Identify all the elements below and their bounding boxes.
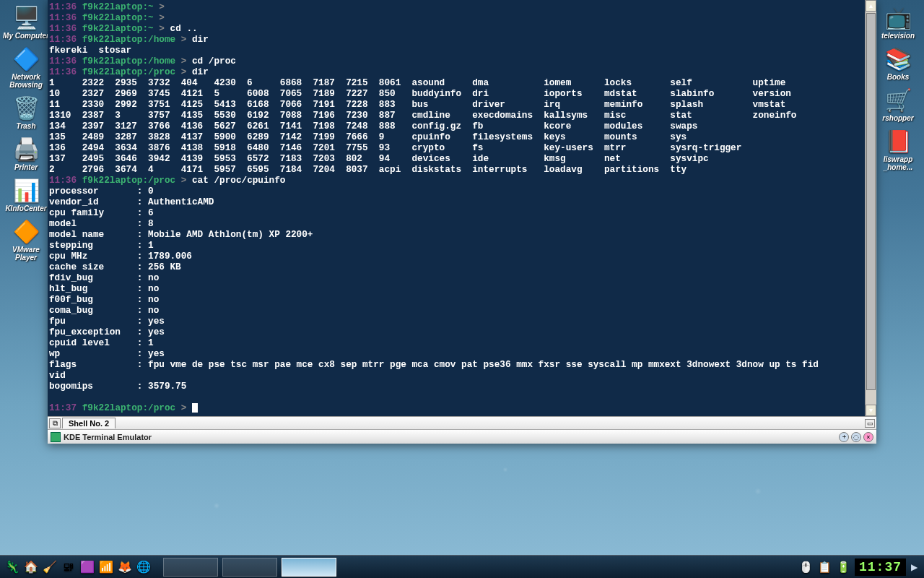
quicklaunch-home-icon[interactable]: 🏠 <box>23 559 39 575</box>
window-maximize-button[interactable]: ◌ <box>851 432 861 442</box>
window-close-button[interactable]: × <box>863 432 873 442</box>
tray-mouse-icon[interactable]: 🖱️ <box>798 559 814 575</box>
desktop-icon-label: KInfoCenter <box>5 204 46 212</box>
desktop-right-column: 📺television 📚Books 🛒rshopper 📕liswrapp _… <box>875 3 921 171</box>
terminal-text[interactable]: 11:36 f9k22laptop:~ > 11:36 f9k22laptop:… <box>48 0 865 416</box>
desktop-icon-label: Printer <box>14 163 38 171</box>
taskbar-clock[interactable]: 11:37 <box>855 558 906 576</box>
scroll-down-button[interactable]: ▾ <box>866 405 876 416</box>
desktop-icon-network-browsing[interactable]: 🔷Network Browsing <box>3 44 49 89</box>
quicklaunch-firefox-icon[interactable]: 🦊 <box>117 559 133 575</box>
task-button-empty-1[interactable] <box>163 558 218 577</box>
tray-clipboard-icon[interactable]: 📋 <box>817 559 833 575</box>
desktop-icon-printer[interactable]: 🖨️Printer <box>3 134 49 171</box>
printer-icon: 🖨️ <box>12 134 40 163</box>
window-title: KDE Terminal Emulator <box>64 433 837 441</box>
desktop-icon-label: Network Browsing <box>3 73 49 89</box>
desktop-icon-label: VMware Player <box>3 246 49 262</box>
desktop-icon-label: My Computer <box>3 32 49 40</box>
new-tab-button[interactable]: ⧉ <box>49 418 61 428</box>
desktop-icon-trash[interactable]: 🗑️Trash <box>3 93 49 130</box>
scroll-track[interactable] <box>866 12 876 405</box>
quicklaunch-kontact-icon[interactable]: 🟪 <box>79 559 95 575</box>
tray-power-icon[interactable]: 🔋 <box>836 559 852 575</box>
desktop-icon-my-computer[interactable]: 🖥️My Computer <box>3 3 49 40</box>
scroll-thumb[interactable] <box>866 13 876 390</box>
task-button-konsole-active[interactable] <box>282 558 336 577</box>
tv-icon: 📺 <box>884 3 912 32</box>
tray-icons: 🖱️📋🔋 <box>798 559 852 575</box>
quicklaunch: 🦎🏠🧹🖳🟪📶🦊🌐 <box>4 559 152 575</box>
quicklaunch-terminal-icon[interactable]: 🖳 <box>61 559 77 575</box>
desktop-icon-books[interactable]: 📚Books <box>875 44 921 81</box>
tab-minimize-button[interactable]: ▭ <box>865 419 875 428</box>
cart-icon: 🛒 <box>884 85 912 114</box>
info-icon: 📊 <box>12 176 40 204</box>
terminal-tab-active[interactable]: Shell No. 2 <box>62 418 116 428</box>
desktop-icon-label: rshopper <box>882 114 913 122</box>
window-minimize-button[interactable]: ＋ <box>839 432 849 442</box>
taskbar: 🦎🏠🧹🖳🟪📶🦊🌐 🖱️📋🔋 11:37 ▶ <box>0 555 924 578</box>
network-icon: 🔷 <box>12 44 40 73</box>
quicklaunch-broom-icon[interactable]: 🧹 <box>42 559 58 575</box>
terminal-tabstrip: ⧉ Shell No. 2 ▭ <box>48 416 876 429</box>
quicklaunch-network-icon[interactable]: 📶 <box>98 559 114 575</box>
quicklaunch-globe-icon[interactable]: 🌐 <box>136 559 152 575</box>
vmware-icon: 🔶 <box>12 217 40 246</box>
desktop-icon-label: Books <box>887 73 910 81</box>
desktop-pager-arrow[interactable]: ▶ <box>909 562 920 572</box>
desktop-icon-kinfocenter[interactable]: 📊KInfoCenter <box>3 176 49 212</box>
desktop-icon-liswrapp[interactable]: 📕liswrapp _home... <box>875 126 921 171</box>
desktop-icon-shopper[interactable]: 🛒rshopper <box>875 85 921 122</box>
quicklaunch-start-icon[interactable]: 🦎 <box>4 559 20 575</box>
desktop-left-column: 🖥️My Computer 🔷Network Browsing 🗑️Trash … <box>3 3 49 262</box>
trash-icon: 🗑️ <box>12 93 40 122</box>
task-button-empty-2[interactable] <box>222 558 277 577</box>
desktop-icon-vmware-player[interactable]: 🔶VMware Player <box>3 217 49 262</box>
terminal-body: 11:36 f9k22laptop:~ > 11:36 f9k22laptop:… <box>48 0 876 416</box>
terminal-scrollbar[interactable]: ▴ ▾ <box>865 0 876 416</box>
terminal-window: 11:36 f9k22laptop:~ > 11:36 f9k22laptop:… <box>48 0 876 444</box>
desktop-icon-label: liswrapp _home... <box>875 155 921 171</box>
task-thumbnail <box>282 558 336 576</box>
computer-icon: 🖥️ <box>12 3 40 32</box>
desktop-icon-label: television <box>881 32 915 40</box>
pdf-icon: 📕 <box>884 126 912 155</box>
konsole-icon <box>51 432 61 442</box>
books-icon: 📚 <box>884 44 912 73</box>
desktop-icon-television[interactable]: 📺television <box>875 3 921 40</box>
terminal-titlebar[interactable]: KDE Terminal Emulator ＋ ◌ × <box>48 429 876 444</box>
desktop-icon-label: Trash <box>16 122 35 130</box>
system-tray: 🖱️📋🔋 11:37 ▶ <box>798 558 920 576</box>
scroll-up-button[interactable]: ▴ <box>866 0 876 12</box>
